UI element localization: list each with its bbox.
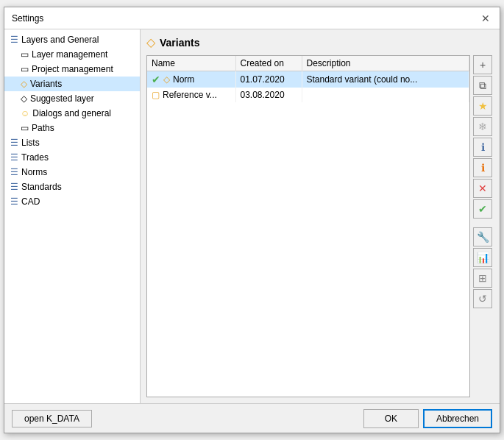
sidebar-item-lists[interactable]: ☰Lists — [4, 135, 140, 150]
row-type-icon-0: ◇ — [163, 74, 170, 85]
settings-dialog: Settings ✕ ☰Layers and General▭Layer man… — [4, 7, 500, 433]
info2-icon: ℹ — [481, 162, 485, 174]
layer-management-label: Layer management — [32, 49, 107, 60]
content-panel: Name Created on Description ✔◇Norm01.07.… — [146, 55, 494, 397]
wrench-button[interactable]: 🔧 — [473, 227, 492, 246]
footer-left: open K_DATA — [12, 410, 92, 427]
project-management-icon: ▭ — [21, 64, 29, 74]
refresh-button[interactable]: ↺ — [473, 289, 492, 308]
delete-icon: ✕ — [478, 182, 487, 194]
cell-created-1: 03.08.2020 — [235, 88, 302, 102]
dialogs-general-label: Dialogs and general — [32, 108, 111, 118]
cell-name-1: ▢Reference v... — [147, 88, 235, 102]
suggested-layer-label: Suggested layer — [30, 93, 94, 104]
cancel-button[interactable]: Abbrechen — [423, 409, 492, 428]
snowflake-icon: ❄ — [478, 121, 487, 132]
sidebar-item-standards[interactable]: ☰Standards — [4, 180, 140, 194]
content-title: Variants — [160, 37, 199, 49]
layer-management-icon: ▭ — [21, 49, 29, 60]
lists-label: Lists — [21, 138, 40, 148]
lists-icon: ☰ — [10, 138, 18, 148]
add-button[interactable]: + — [473, 55, 492, 74]
chart-icon: 📊 — [477, 252, 489, 263]
sidebar-item-project-management[interactable]: ▭Project management — [4, 62, 140, 77]
standards-icon: ☰ — [10, 182, 18, 192]
cell-created-0: 01.07.2020 — [235, 71, 302, 88]
cad-icon: ☰ — [10, 196, 18, 207]
trades-icon: ☰ — [10, 152, 18, 163]
cell-name-text-1: Reference v... — [163, 90, 217, 100]
snowflake-button[interactable]: ❄ — [473, 117, 492, 136]
cell-name-text-0: Norm — [173, 74, 194, 85]
btn-separator — [473, 220, 494, 226]
paths-label: Paths — [32, 123, 54, 133]
table-header-row: Name Created on Description — [147, 56, 469, 71]
suggested-layer-icon: ◇ — [21, 93, 27, 104]
sidebar-item-norms[interactable]: ☰Norms — [4, 165, 140, 180]
star-button[interactable]: ★ — [473, 96, 492, 116]
cad-label: CAD — [21, 196, 40, 207]
norms-label: Norms — [21, 167, 47, 177]
grid-icon: ⊞ — [478, 272, 487, 284]
sidebar-item-layers-general[interactable]: ☰Layers and General — [4, 32, 140, 47]
footer: open K_DATA OK Abbrechen — [4, 403, 500, 433]
delete-button[interactable]: ✕ — [473, 179, 492, 198]
info2-button[interactable]: ℹ — [473, 158, 492, 177]
row-status-icon-0: ✔ — [152, 74, 160, 85]
check-button[interactable]: ✔ — [473, 199, 492, 219]
close-button[interactable]: ✕ — [479, 12, 492, 25]
variants-header-icon: ◇ — [146, 35, 155, 49]
col-name: Name — [147, 56, 235, 71]
cell-name-0: ✔◇Norm — [147, 71, 235, 88]
refresh-icon: ↺ — [478, 293, 487, 305]
sidebar-item-variants[interactable]: ◇Variants — [4, 77, 140, 91]
variants-icon: ◇ — [21, 79, 27, 89]
paths-icon: ▭ — [21, 123, 29, 133]
copy-button[interactable]: ⧉ — [473, 76, 492, 95]
cell-description-1 — [302, 88, 469, 102]
grid-button[interactable]: ⊞ — [473, 269, 492, 288]
table-row[interactable]: ▢Reference v...03.08.2020 — [147, 88, 469, 102]
norms-icon: ☰ — [10, 167, 18, 177]
open-kdata-button[interactable]: open K_DATA — [12, 410, 92, 427]
check-icon: ✔ — [478, 203, 487, 215]
main-content: ☰Layers and General▭Layer management▭Pro… — [4, 29, 500, 403]
add-icon: + — [480, 59, 486, 71]
chart-button[interactable]: 📊 — [473, 248, 492, 267]
sidebar: ☰Layers and General▭Layer management▭Pro… — [4, 29, 141, 403]
col-description: Description — [302, 56, 469, 71]
footer-right: OK Abbrechen — [363, 409, 492, 428]
trades-label: Trades — [21, 152, 49, 163]
sidebar-item-layer-management[interactable]: ▭Layer management — [4, 47, 140, 62]
info1-icon: ℹ — [481, 141, 485, 153]
dialogs-general-icon: ☺ — [21, 108, 29, 118]
dialog-title: Settings — [12, 13, 43, 24]
table-row[interactable]: ✔◇Norm01.07.2020Standard variant (could … — [147, 71, 469, 88]
sidebar-item-dialogs-general[interactable]: ☺Dialogs and general — [4, 106, 140, 121]
sidebar-item-suggested-layer[interactable]: ◇Suggested layer — [4, 91, 140, 106]
col-created: Created on — [235, 56, 302, 71]
content-header: ◇ Variants — [146, 35, 494, 49]
layers-general-icon: ☰ — [10, 35, 18, 45]
info1-button[interactable]: ℹ — [473, 138, 492, 157]
star-icon: ★ — [478, 100, 488, 112]
standards-label: Standards — [21, 182, 62, 192]
cell-description-0: Standard variant (could no... — [302, 71, 469, 88]
sidebar-item-paths[interactable]: ▭Paths — [4, 121, 140, 135]
copy-icon: ⧉ — [479, 79, 486, 92]
project-management-label: Project management — [32, 64, 113, 74]
variants-table-container: Name Created on Description ✔◇Norm01.07.… — [146, 55, 470, 397]
sidebar-item-trades[interactable]: ☰Trades — [4, 150, 140, 165]
wrench-icon: 🔧 — [477, 231, 489, 243]
row-type-icon-1: ▢ — [152, 90, 160, 100]
layers-general-label: Layers and General — [21, 35, 99, 45]
action-buttons-panel: +⧉★❄ℹℹ✕✔🔧📊⊞↺ — [473, 55, 494, 397]
content-area: ◇ Variants Name Created on Description — [141, 29, 500, 403]
variants-table: Name Created on Description ✔◇Norm01.07.… — [147, 56, 469, 102]
sidebar-item-cad[interactable]: ☰CAD — [4, 194, 140, 209]
ok-button[interactable]: OK — [363, 409, 419, 428]
title-bar: Settings ✕ — [4, 7, 500, 29]
variants-label: Variants — [30, 79, 62, 89]
